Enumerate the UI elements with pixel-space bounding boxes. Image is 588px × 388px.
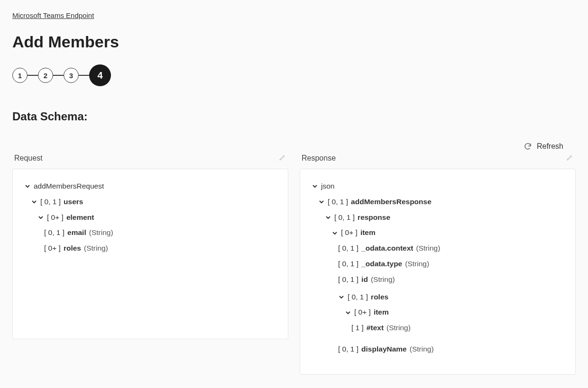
tree-node-type: (String) xyxy=(89,227,113,239)
step-2[interactable]: 2 xyxy=(38,68,53,83)
chevron-down-icon[interactable] xyxy=(24,183,31,189)
tree-node-name: response xyxy=(358,212,390,224)
tree-node-type: (String) xyxy=(84,243,108,254)
step-connector xyxy=(79,75,89,76)
tree-node-type: (String) xyxy=(405,258,429,270)
tree-node-type: (String) xyxy=(416,243,440,254)
tree-node-name: #text xyxy=(367,322,384,334)
response-panel: json [ 0, 1 ] addMembersResponse xyxy=(300,169,576,375)
chevron-down-icon[interactable] xyxy=(345,310,351,316)
tree-cardinality: [ 0, 1 ] xyxy=(44,227,64,239)
tree-node-name: _odata.context xyxy=(361,243,413,254)
tree-cardinality: [ 0, 1 ] xyxy=(338,274,358,286)
step-4[interactable]: 4 xyxy=(89,64,111,86)
request-panel: addMembersRequest [ 0, 1 ] users xyxy=(12,169,288,339)
tree-cardinality: [ 0, 1 ] xyxy=(338,343,358,355)
tree-cardinality: [ 0+ ] xyxy=(341,227,358,239)
tree-node-name: roles xyxy=(371,291,388,303)
request-title: Request xyxy=(14,154,43,162)
chevron-down-icon[interactable] xyxy=(312,183,318,189)
chevron-down-icon[interactable] xyxy=(31,199,37,205)
tree-cardinality: [ 0, 1 ] xyxy=(40,196,61,208)
tree-node-name: users xyxy=(64,196,83,208)
chevron-down-icon[interactable] xyxy=(338,294,345,300)
step-connector xyxy=(53,75,64,76)
tree-cardinality: [ 0, 1 ] xyxy=(334,212,355,224)
tree-cardinality: [ 0, 1 ] xyxy=(328,196,348,208)
chevron-down-icon[interactable] xyxy=(331,230,338,236)
tree-node-name: addMembersResponse xyxy=(351,196,432,208)
chevron-down-icon[interactable] xyxy=(37,215,44,220)
tree-node-name: item xyxy=(374,307,389,318)
breadcrumb-link[interactable]: Microsoft Teams Endpoint xyxy=(12,11,94,19)
tree-node-type: (String) xyxy=(410,343,434,355)
step-connector xyxy=(28,75,38,76)
chevron-down-icon[interactable] xyxy=(325,215,331,220)
section-title: Data Schema: xyxy=(12,110,576,123)
refresh-icon[interactable] xyxy=(524,142,532,151)
tree-node-name: _odata.type xyxy=(361,258,402,270)
response-column: Response json xyxy=(300,152,576,375)
request-column: Request addMembersRequest xyxy=(12,152,288,339)
tree-node-type: (String) xyxy=(371,274,395,286)
tree-node-root: addMembersRequest xyxy=(34,180,104,192)
edit-request-icon[interactable] xyxy=(279,153,286,163)
tree-node-name: id xyxy=(361,274,368,286)
tree-cardinality: [ 0, 1 ] xyxy=(348,291,368,303)
page-title: Add Members xyxy=(12,33,576,51)
step-1[interactable]: 1 xyxy=(12,68,28,83)
tree-node-name: roles xyxy=(64,243,81,254)
edit-response-icon[interactable] xyxy=(566,153,574,163)
tree-node-name: displayName xyxy=(361,343,407,355)
tree-cardinality: [ 1 ] xyxy=(351,322,364,334)
stepper: 1 2 3 4 xyxy=(12,64,576,86)
tree-node-name: element xyxy=(66,212,94,224)
chevron-down-icon[interactable] xyxy=(318,199,325,205)
tree-cardinality: [ 0+ ] xyxy=(354,307,371,318)
tree-cardinality: [ 0, 1 ] xyxy=(338,243,358,254)
tree-node-name: email xyxy=(67,227,86,239)
tree-node-type: (String) xyxy=(386,322,411,334)
tree-cardinality: [ 0+ ] xyxy=(47,212,64,224)
tree-node-name: item xyxy=(360,227,376,239)
refresh-button[interactable]: Refresh xyxy=(537,142,563,151)
tree-node-root: json xyxy=(321,180,334,192)
response-title: Response xyxy=(302,154,336,162)
step-3[interactable]: 3 xyxy=(64,68,79,83)
tree-cardinality: [ 0+ ] xyxy=(44,243,61,254)
tree-cardinality: [ 0, 1 ] xyxy=(338,258,358,270)
